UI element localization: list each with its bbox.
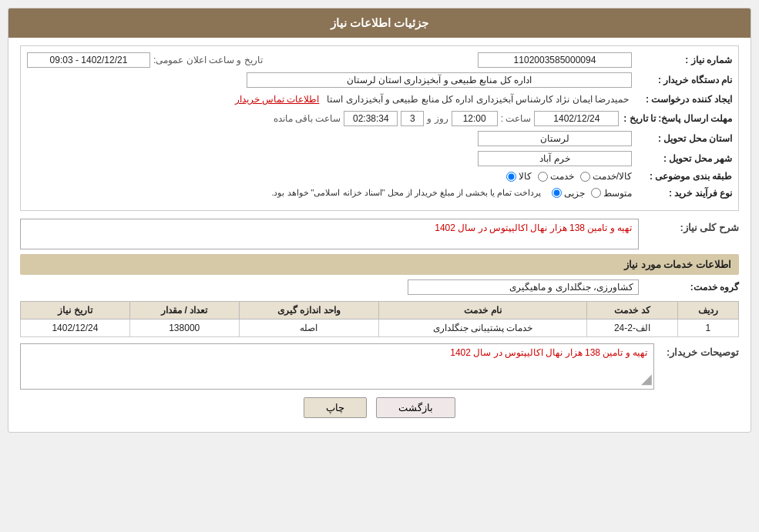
goroh-khedmat-value: کشاورزی، جنگلداری و ماهیگیری: [408, 279, 639, 295]
radio-khedmat-label: خدمت: [550, 171, 574, 182]
cell-tedad: 138000: [129, 320, 239, 337]
ostan-label: استان محل تحویل :: [632, 133, 732, 144]
col-nam: نام خدمت: [379, 302, 587, 320]
radio-khedmat[interactable]: [538, 172, 548, 182]
roz-value: 3: [401, 111, 424, 126]
col-vahed: واحد اندازه گیری: [239, 302, 379, 320]
print-button[interactable]: چاپ: [304, 397, 367, 418]
radio-jozi[interactable]: [552, 188, 562, 198]
ettelaat-tamas-link[interactable]: اطلاعات تماس خریدار: [235, 94, 320, 105]
saet-baqi-label: ساعت باقی مانده: [270, 113, 344, 124]
radio-motavaset[interactable]: [591, 188, 601, 198]
cell-tarikh: 1402/12/24: [21, 320, 130, 337]
mohlat-ersal-label: مهلت ارسال پاسخ: تا تاریخ :: [619, 113, 732, 124]
tosif-label: توصیحات خریدار:: [654, 343, 739, 358]
date-value: 1402/12/24: [534, 111, 619, 126]
goroh-khedmat-label: گروه خدمت:: [639, 282, 739, 293]
bottom-buttons: بازگشت چاپ: [20, 397, 739, 418]
tosif-value: تهیه و تامین 138 هزار نهال اکالیپتوس در …: [450, 347, 647, 358]
cell-nam: خدمات پشتیبانی جنگلداری: [379, 320, 587, 337]
shomara-niaz-label: شماره نیاز :: [632, 55, 732, 65]
tarikh-ilan-value: 1402/12/21 - 09:03: [27, 52, 150, 68]
saet-label: ساعت :: [498, 113, 535, 124]
farayand-radio-group: جزیی متوسط: [552, 188, 632, 199]
ijad-konande-label: ایجاد کننده درخواست :: [632, 94, 732, 105]
radio-kala-label: کالا: [519, 171, 532, 182]
back-button[interactable]: بازگشت: [376, 397, 455, 418]
services-table: ردیف کد خدمت نام خدمت واحد اندازه گیری ت…: [20, 301, 739, 337]
noe-farayand-label: نوع فرآیند خرید :: [632, 188, 732, 199]
cell-radif: 1: [677, 320, 738, 337]
col-radif: ردیف: [677, 302, 738, 320]
tabaqe-label: طبقه بندی موضوعی :: [632, 171, 732, 182]
ostan-value: لرستان: [478, 131, 632, 146]
farayand-text: پرداخت تمام یا بخشی از مبلغ خریدار از مح…: [268, 186, 544, 199]
sharh-label: شرح کلی نیاز:: [639, 219, 739, 233]
nam-dastgah-value: اداره کل منابع طبیعی و آبخیزداری استان ل…: [247, 72, 632, 88]
tarikh-ilan-label: تاریخ و ساعت اعلان عمومی:: [150, 55, 266, 65]
cell-vahed: اصله: [239, 320, 379, 337]
cell-kod: الف-2-24: [587, 320, 678, 337]
tabaqe-radio-group: کالا خدمت کالا/خدمت: [506, 171, 632, 182]
radio-kala[interactable]: [506, 172, 516, 182]
saet-value: 12:00: [452, 111, 498, 126]
nam-dastgah-label: نام دستگاه خریدار :: [632, 75, 732, 85]
shahr-value: خرم آباد: [478, 151, 632, 166]
resize-handle: ◢: [641, 370, 652, 387]
roz-label: روز و: [424, 113, 451, 124]
radio-motavaset-label: متوسط: [603, 188, 632, 199]
col-tarikh: تاریخ نیاز: [21, 302, 130, 320]
sharh-value: تهیه و تامین 138 هزار نهال اکالیپتوس در …: [435, 223, 632, 233]
col-tedad: تعداد / مقدار: [129, 302, 239, 320]
radio-kala-khedmat[interactable]: [580, 172, 590, 182]
khadamat-section-header: اطلاعات خدمات مورد نیاز: [20, 254, 739, 275]
radio-jozi-label: جزیی: [564, 188, 585, 199]
ijad-konande-value: حمیدرضا ایمان نژاد کارشناس آبخیزداری ادا…: [324, 92, 632, 106]
shahr-label: شهر محل تحویل :: [632, 153, 732, 164]
shomara-niaz-value: 1102003585000094: [478, 52, 632, 68]
table-row: 1 الف-2-24 خدمات پشتیبانی جنگلداری اصله …: [21, 320, 739, 337]
saet-baqi-value: 02:38:34: [344, 111, 398, 126]
page-title: جزئیات اطلاعات نیاز: [8, 8, 751, 38]
radio-kala-khedmat-label: کالا/خدمت: [593, 171, 632, 182]
col-kod: کد خدمت: [587, 302, 678, 320]
